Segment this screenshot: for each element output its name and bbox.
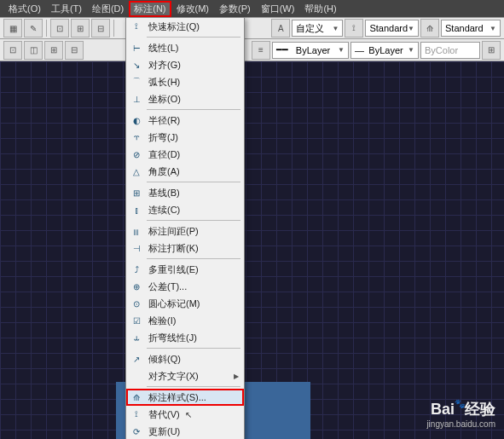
combo-standard[interactable]: Standard▼ bbox=[365, 20, 419, 37]
chevron-down-icon: ▼ bbox=[490, 25, 496, 32]
arc-icon: ⌒ bbox=[128, 75, 145, 89]
ordinate-icon: ⊥ bbox=[128, 92, 145, 106]
dimension-menu-dropdown: ⟟快速标注(Q) ⊢线性(L) ↘对齐(G) ⌒弧长(H) ⊥坐标(O) ◐半径… bbox=[125, 17, 245, 439]
combo-bylayer[interactable]: — ByLayer▼ bbox=[350, 42, 419, 59]
diameter-icon: ⊘ bbox=[128, 147, 145, 161]
cursor-icon: ↖ bbox=[185, 410, 192, 419]
watermark-url: jingyan.baidu.com bbox=[426, 419, 495, 429]
menu-baseline[interactable]: ⊞基线(B) bbox=[126, 184, 244, 201]
combo-bycolor[interactable]: ByColor bbox=[420, 42, 480, 59]
center-icon: ⊙ bbox=[128, 297, 145, 310]
jogged-icon: ⥾ bbox=[128, 130, 145, 144]
menu-jogged[interactable]: ⥾折弯(J) bbox=[126, 129, 244, 146]
tool-icon[interactable]: A bbox=[271, 19, 290, 38]
menu-align-text[interactable]: 对齐文字(X)▶ bbox=[126, 367, 244, 384]
tool-icon[interactable]: ⊞ bbox=[71, 19, 90, 38]
jogged-linear-icon: ⥿ bbox=[128, 331, 145, 344]
tool-icon[interactable]: ≡ bbox=[252, 41, 270, 60]
menu-oblique[interactable]: ↗倾斜(Q) bbox=[126, 350, 244, 367]
oblique-icon: ↗ bbox=[128, 352, 145, 366]
baseline-icon: ⊞ bbox=[128, 186, 145, 199]
tolerance-icon: ⊕ bbox=[128, 280, 145, 293]
menu-diameter[interactable]: ⊘直径(D) bbox=[126, 146, 244, 163]
menu-format[interactable]: 格式(O) bbox=[3, 1, 46, 17]
watermark: Bai🐾经验 jingyan.baidu.com bbox=[426, 399, 495, 429]
menu-draw[interactable]: 绘图(D) bbox=[87, 1, 129, 17]
override-icon: ⟟ bbox=[128, 407, 145, 421]
menu-quick-dim[interactable]: ⟟快速标注(Q) bbox=[126, 18, 244, 35]
paw-icon: 🐾 bbox=[455, 399, 465, 408]
menu-param[interactable]: 参数(P) bbox=[214, 1, 256, 17]
tool-icon[interactable]: ⟰ bbox=[420, 19, 439, 38]
menu-radius[interactable]: ◐半径(R) bbox=[126, 112, 244, 129]
watermark-logo: Bai🐾经验 bbox=[426, 399, 495, 419]
tool-icon[interactable]: ⊡ bbox=[3, 41, 22, 60]
menu-dim-space[interactable]: ⫼标注间距(P) bbox=[126, 222, 244, 240]
menu-help[interactable]: 帮助(H) bbox=[299, 1, 341, 17]
toolbar-row-2: ⊡ ◫ ⊞ ⊟ ≡ ━━ ByLayer▼ — ByLayer▼ ByColor… bbox=[0, 39, 504, 61]
chevron-down-icon: ▼ bbox=[408, 46, 414, 54]
menu-aligned[interactable]: ↘对齐(G) bbox=[126, 56, 244, 73]
menubar: 格式(O) 工具(T) 绘图(D) 标注(N) 修改(M) 参数(P) 窗口(W… bbox=[0, 0, 504, 17]
tool-icon[interactable]: ⊞ bbox=[482, 41, 501, 60]
quick-dim-icon: ⟟ bbox=[128, 20, 145, 33]
menu-tolerance[interactable]: ⊕公差(T)... bbox=[126, 278, 244, 295]
chevron-down-icon: ▼ bbox=[408, 25, 414, 32]
menu-ordinate[interactable]: ⊥坐标(O) bbox=[126, 90, 244, 107]
menu-inspection[interactable]: ☑检验(I) bbox=[126, 312, 244, 329]
menu-continue[interactable]: ⫿连续(C) bbox=[126, 201, 244, 218]
combo-bylayer[interactable]: ━━ ByLayer▼ bbox=[272, 42, 349, 59]
tool-icon[interactable]: ▦ bbox=[3, 19, 22, 38]
tool-icon[interactable]: ⊡ bbox=[50, 19, 69, 38]
toolbar-row-1: ▦ ✎ ⊡ ⊞ ⊟ A 自定义▼ ⟟ Standard▼ ⟰ Standard▼ bbox=[0, 17, 504, 39]
menu-center-mark[interactable]: ⊙圆心标记(M) bbox=[126, 295, 244, 312]
menu-dim-break[interactable]: ⊣标注打断(K) bbox=[126, 240, 244, 257]
menu-angular[interactable]: △角度(A) bbox=[126, 163, 244, 180]
dim-break-icon: ⊣ bbox=[128, 241, 145, 255]
tool-icon[interactable]: ✎ bbox=[24, 19, 43, 38]
tool-icon[interactable]: ◫ bbox=[24, 41, 43, 60]
combo-custom[interactable]: 自定义▼ bbox=[292, 20, 343, 37]
dim-space-icon: ⫼ bbox=[128, 224, 145, 238]
chevron-down-icon: ▼ bbox=[333, 25, 339, 32]
tool-icon[interactable]: ⊟ bbox=[65, 41, 84, 60]
menu-dimension[interactable]: 标注(N) bbox=[129, 1, 171, 17]
chevron-down-icon: ▼ bbox=[338, 46, 345, 54]
continue-icon: ⫿ bbox=[128, 203, 145, 217]
inspection-icon: ☑ bbox=[128, 314, 145, 327]
menu-override[interactable]: ⟟替代(V)↖ bbox=[126, 406, 244, 423]
dim-style-icon: ⟰ bbox=[128, 390, 145, 404]
menu-modify[interactable]: 修改(M) bbox=[171, 1, 215, 17]
update-icon: ⟳ bbox=[128, 425, 145, 438]
menu-arc-length[interactable]: ⌒弧长(H) bbox=[126, 73, 244, 90]
radius-icon: ◐ bbox=[128, 113, 145, 127]
mleader-icon: ⤴ bbox=[128, 263, 145, 276]
menu-dim-style[interactable]: ⟰标注样式(S)... bbox=[126, 389, 244, 406]
tool-icon[interactable]: ⊞ bbox=[44, 41, 63, 60]
aligned-icon: ↘ bbox=[128, 58, 145, 72]
tool-icon[interactable]: ⟟ bbox=[345, 19, 363, 38]
menu-window[interactable]: 窗口(W) bbox=[256, 1, 300, 17]
menu-mleader[interactable]: ⤴多重引线(E) bbox=[126, 261, 244, 278]
menu-jogged-linear[interactable]: ⥿折弯线性(J) bbox=[126, 329, 244, 346]
tool-icon[interactable]: ⊟ bbox=[91, 19, 110, 38]
menu-linear[interactable]: ⊢线性(L) bbox=[126, 39, 244, 56]
menu-update[interactable]: ⟳更新(U) bbox=[126, 423, 244, 439]
menu-tools[interactable]: 工具(T) bbox=[46, 1, 87, 17]
align-text-icon bbox=[128, 369, 145, 383]
submenu-arrow-icon: ▶ bbox=[234, 373, 239, 380]
combo-standard[interactable]: Standard▼ bbox=[441, 20, 501, 37]
angular-icon: △ bbox=[128, 165, 145, 178]
linear-icon: ⊢ bbox=[128, 41, 145, 55]
